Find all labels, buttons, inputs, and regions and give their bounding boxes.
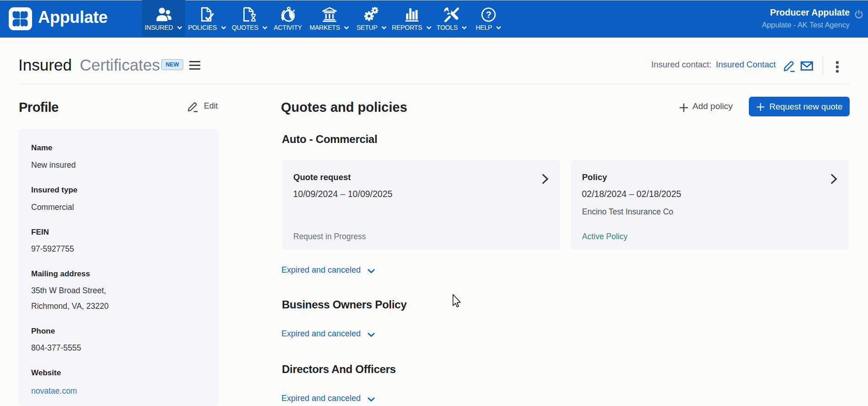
svg-text:?: ? xyxy=(486,10,491,20)
